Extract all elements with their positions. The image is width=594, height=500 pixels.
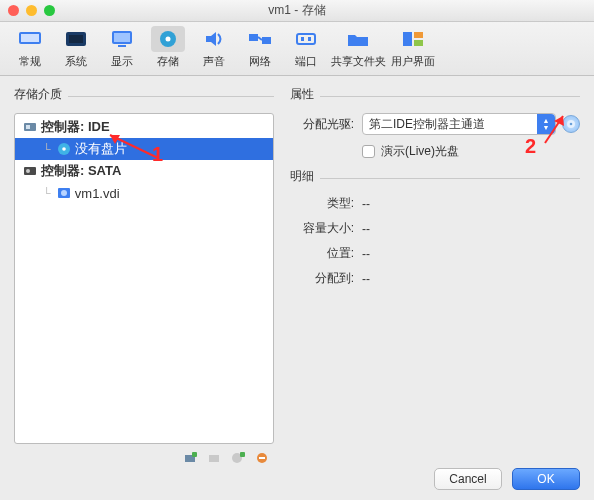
svg-rect-5 xyxy=(114,33,130,42)
svg-rect-28 xyxy=(192,452,197,457)
svg-rect-18 xyxy=(414,40,423,46)
controller-ide[interactable]: 控制器: IDE xyxy=(15,116,273,138)
svg-point-26 xyxy=(61,190,67,196)
detail-size-value: -- xyxy=(362,222,580,236)
tree-branch-icon: └ xyxy=(43,187,51,199)
svg-rect-17 xyxy=(414,32,423,38)
hdd-vm1[interactable]: └ vm1.vdi xyxy=(15,182,273,204)
live-cd-checkbox[interactable] xyxy=(362,145,375,158)
svg-rect-11 xyxy=(262,37,271,44)
svg-point-35 xyxy=(570,123,573,126)
svg-point-22 xyxy=(62,147,66,151)
svg-rect-33 xyxy=(259,457,265,459)
tab-ports[interactable]: 端口 xyxy=(284,26,328,69)
tab-display-label: 显示 xyxy=(100,54,144,69)
ok-button[interactable]: OK xyxy=(512,468,580,490)
detail-attached-value: -- xyxy=(362,272,580,286)
tree-branch-icon: └ xyxy=(43,143,51,155)
tab-network-label: 网络 xyxy=(238,54,282,69)
window-title: vm1 - 存储 xyxy=(0,2,594,19)
remove-attachment-button[interactable] xyxy=(254,450,270,466)
select-stepper-icon: ▲▼ xyxy=(537,114,555,134)
hdd-vm1-label: vm1.vdi xyxy=(75,186,120,201)
svg-rect-29 xyxy=(209,455,219,462)
svg-rect-13 xyxy=(297,34,315,44)
tab-storage-label: 存储 xyxy=(146,54,190,69)
tab-network[interactable]: 网络 xyxy=(238,26,282,69)
tab-system[interactable]: 系统 xyxy=(54,26,98,69)
controller-ide-label: 控制器: IDE xyxy=(41,118,110,136)
storage-media-title: 存储介质 xyxy=(14,86,62,103)
attributes-title: 属性 xyxy=(290,86,314,103)
add-controller-button[interactable] xyxy=(182,450,198,466)
detail-size-label: 容量大小: xyxy=(290,220,362,237)
optical-drive-select[interactable]: 第二IDE控制器主通道 ▲▼ xyxy=(362,113,556,135)
live-cd-label: 演示(Live)光盘 xyxy=(381,143,459,160)
remove-controller-button[interactable] xyxy=(206,450,222,466)
add-attachment-button[interactable] xyxy=(230,450,246,466)
svg-rect-15 xyxy=(308,37,311,41)
disc-icon xyxy=(566,119,576,129)
svg-line-12 xyxy=(258,37,262,40)
detail-location-value: -- xyxy=(362,247,580,261)
tab-display[interactable]: 显示 xyxy=(100,26,144,69)
storage-tree[interactable]: 控制器: IDE └ 没有盘片 控制器: SATA └ vm1.vdi xyxy=(14,113,274,444)
svg-rect-20 xyxy=(26,125,30,129)
tab-shared-folders[interactable]: 共享文件夹 xyxy=(330,26,386,69)
svg-rect-1 xyxy=(21,34,39,42)
choose-disk-button[interactable] xyxy=(562,115,580,133)
svg-rect-3 xyxy=(69,35,83,43)
tab-general[interactable]: 常规 xyxy=(8,26,52,69)
svg-rect-16 xyxy=(403,32,412,46)
tab-audio[interactable]: 声音 xyxy=(192,26,236,69)
storage-tree-tools xyxy=(14,444,274,466)
svg-rect-31 xyxy=(240,452,245,457)
optical-empty-label: 没有盘片 xyxy=(75,140,127,158)
svg-rect-6 xyxy=(118,45,126,47)
titlebar: vm1 - 存储 xyxy=(0,0,594,22)
tab-storage[interactable]: 存储 xyxy=(146,26,190,69)
detail-attached-label: 分配到: xyxy=(290,270,362,287)
detail-location-label: 位置: xyxy=(290,245,362,262)
dialog-footer: Cancel OK xyxy=(434,468,580,490)
cancel-button[interactable]: Cancel xyxy=(434,468,502,490)
tab-shared-folders-label: 共享文件夹 xyxy=(330,54,386,69)
controller-sata-label: 控制器: SATA xyxy=(41,162,121,180)
tab-audio-label: 声音 xyxy=(192,54,236,69)
optical-drive-label: 分配光驱: xyxy=(290,116,362,133)
hard-disk-icon xyxy=(57,186,71,200)
svg-marker-9 xyxy=(206,32,216,46)
optical-drive-value: 第二IDE控制器主通道 xyxy=(369,116,485,133)
tab-ports-label: 端口 xyxy=(284,54,328,69)
svg-point-24 xyxy=(26,169,30,173)
detail-type-label: 类型: xyxy=(290,195,362,212)
detail-type-value: -- xyxy=(362,197,580,211)
tab-system-label: 系统 xyxy=(54,54,98,69)
storage-media-panel: 存储介质 控制器: IDE └ 没有盘片 控制器: SATA └ vm1.vdi xyxy=(14,86,274,466)
tab-ui[interactable]: 用户界面 xyxy=(388,26,438,69)
svg-rect-10 xyxy=(249,34,258,41)
controller-sata[interactable]: 控制器: SATA xyxy=(15,160,273,182)
tab-general-label: 常规 xyxy=(8,54,52,69)
optical-empty[interactable]: └ 没有盘片 xyxy=(15,138,273,160)
settings-toolbar: 常规 系统 显示 存储 声音 网络 端口 共享文件夹 用户界面 xyxy=(0,22,594,76)
details-title: 明细 xyxy=(290,168,314,185)
optical-disc-icon xyxy=(57,142,71,156)
svg-rect-14 xyxy=(301,37,304,41)
controller-icon xyxy=(23,120,37,134)
controller-icon xyxy=(23,164,37,178)
tab-ui-label: 用户界面 xyxy=(388,54,438,69)
svg-point-8 xyxy=(166,37,171,42)
attributes-panel: 属性 分配光驱: 第二IDE控制器主通道 ▲▼ 演示(Live)光盘 明细 xyxy=(290,86,580,466)
